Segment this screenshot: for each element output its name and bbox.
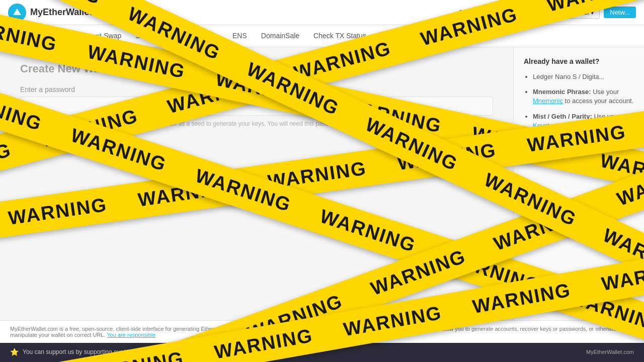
- sidebar-item-mist: Mist / Geth / Parity: Use your Keystore …: [533, 112, 634, 140]
- password-note: This password encrypts your private key.…: [20, 120, 493, 128]
- nav-item-view-wallet[interactable]: View Wallet Info: [373, 25, 438, 47]
- network-button[interactable]: Netw...: [604, 7, 636, 18]
- password-input[interactable]: [20, 97, 493, 116]
- nav-item-send-ether[interactable]: Send Ether & Tokens: [8, 25, 88, 47]
- logo-area: MyEtherWallet: [8, 4, 459, 22]
- sidebar-title: Already have a wallet?: [524, 57, 634, 65]
- star-icon: ⭐: [10, 348, 19, 356]
- main-nav: Send Ether & Tokens ⇄ Swap Send Offline …: [0, 25, 644, 47]
- support-text: You can support us by supporting our blo…: [23, 348, 171, 355]
- nav-item-domainsale[interactable]: DomainSale: [254, 25, 306, 47]
- nav-item-check-tx[interactable]: Check TX Status: [306, 25, 373, 47]
- nav-item-help[interactable]: Help: [438, 25, 466, 47]
- nav-label: Contracts: [188, 32, 218, 40]
- main-area: Create New Wallet Enter a password This …: [0, 47, 644, 342]
- keystore-link[interactable]: Keystore / UTC / JSON: [533, 122, 600, 129]
- left-panel: Create New Wallet Enter a password This …: [0, 47, 513, 342]
- swap-icon: ⇄: [95, 31, 102, 40]
- footer-text: MyEtherWallet.com is a free, open-source…: [10, 326, 619, 338]
- nav-item-send-offline[interactable]: Send Offline: [128, 25, 181, 47]
- sidebar-item-mnemonic: Mnemonic Phrase: Use your Mnemonic to ac…: [533, 87, 634, 106]
- logo-icon: [8, 4, 26, 22]
- create-wallet-form: Enter a password This password encrypts …: [20, 85, 493, 145]
- footer-domain: MyEtherWallet.com: [586, 349, 634, 355]
- nav-item-contracts[interactable]: Contracts: [181, 25, 225, 47]
- password-label: Enter a password: [20, 85, 493, 94]
- gas-price-label: Gas Price: 41 Gwei: [532, 9, 589, 16]
- sidebar-list: Ledger Nano S / Digita... Mnemonic Phras…: [524, 72, 634, 139]
- nav-label: ENS: [232, 32, 247, 40]
- gas-price-selector[interactable]: Gas Price: 41 Gwei ▾: [527, 6, 600, 19]
- right-sidebar: Already have a wallet? Ledger Nano S / D…: [513, 47, 644, 342]
- nav-label: Swap: [104, 32, 121, 40]
- nav-item-ens[interactable]: ENS: [225, 25, 254, 47]
- chevron-down-icon: ▾: [591, 9, 594, 16]
- nav-label: Send Ether & Tokens: [15, 32, 81, 40]
- chevron-down-icon: ▾: [514, 9, 517, 16]
- responsible-link[interactable]: You are responsible: [107, 332, 155, 338]
- network-label: Netw...: [610, 9, 630, 16]
- mnemonic-link[interactable]: Mnemonic: [533, 97, 563, 105]
- logo-text: MyEtherWallet: [30, 7, 92, 18]
- nav-label: Help: [445, 32, 459, 40]
- how-to-create-link[interactable]: How to Create a Wallet: [20, 136, 92, 144]
- header-right: 3.21.16 English ▾ Gas Price: 41 Gwei ▾ N…: [459, 6, 636, 19]
- footer: MyEtherWallet.com is a free, open-source…: [0, 320, 644, 343]
- language-selector[interactable]: English ▾: [485, 6, 523, 19]
- nav-label: Send Offline: [135, 32, 174, 40]
- header: MyEtherWallet 3.21.16 English ▾ Gas Pric…: [0, 0, 644, 25]
- sidebar-item-ledger: Ledger Nano S / Digita...: [533, 72, 634, 81]
- nav-label: View Wallet Info: [380, 32, 431, 40]
- nav-item-swap[interactable]: ⇄ Swap: [88, 25, 128, 47]
- bottom-support-bar: ⭐ You can support us by supporting our b…: [0, 342, 644, 362]
- nav-label: DomainSale: [261, 32, 299, 40]
- page-title: Create New Wallet: [20, 62, 493, 75]
- language-label: English: [491, 9, 512, 16]
- version-number: 3.21.16: [459, 9, 480, 16]
- nav-label: Check TX Status: [313, 32, 366, 40]
